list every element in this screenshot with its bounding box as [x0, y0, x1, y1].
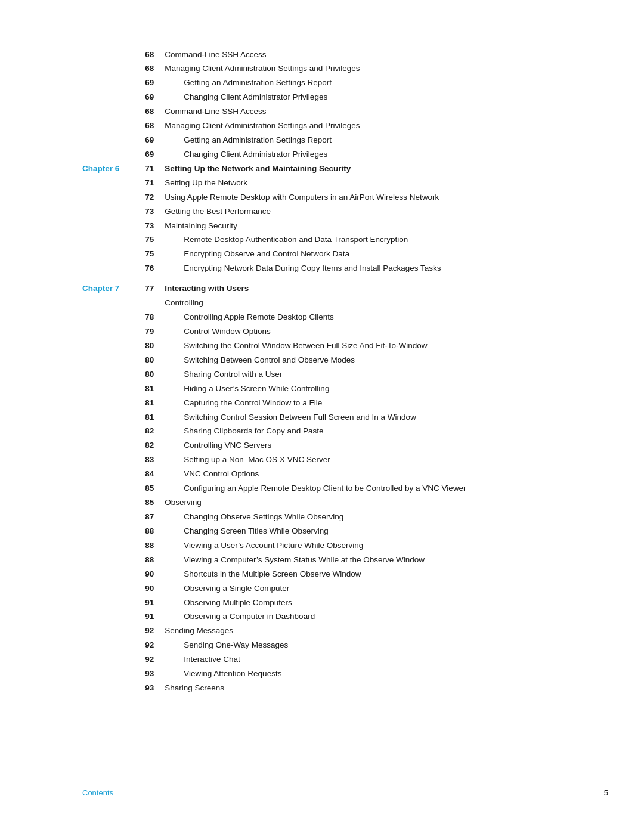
list-item: 90Shortcuts in the Multiple Screen Obser… [0, 567, 644, 581]
page: 68Command-Line SSH Access68Managing Clie… [0, 0, 644, 833]
list-item: 69Changing Client Administrator Privileg… [0, 147, 644, 162]
list-item: 90Observing a Single Computer [0, 581, 644, 596]
list-item: 92Sending Messages [0, 624, 644, 639]
spacer-row [0, 695, 644, 701]
list-item: 68Managing Client Administration Setting… [0, 62, 644, 76]
list-item: 75Encrypting Observe and Control Network… [0, 247, 644, 262]
list-item: 85Observing [0, 496, 644, 510]
list-item: 68Managing Client Administration Setting… [0, 119, 644, 134]
list-item: 88Viewing a User’s Account Picture While… [0, 538, 644, 553]
list-item: 82Controlling VNC Servers [0, 439, 644, 453]
chapter-label: Chapter 7 [82, 284, 119, 293]
list-item: 91Observing a Computer in Dashboard [0, 610, 644, 624]
list-item: 91Observing Multiple Computers [0, 596, 644, 610]
list-item: 81Capturing the Control Window to a File [0, 396, 644, 410]
list-item: 93Sharing Screens [0, 682, 644, 696]
list-item: Chapter 777Interacting with Users [0, 282, 644, 296]
list-item: 87Changing Observe Settings While Observ… [0, 510, 644, 525]
list-item: 92Interactive Chat [0, 653, 644, 667]
list-item: 69Getting an Administration Settings Rep… [0, 134, 644, 148]
list-item: 79Control Window Options [0, 325, 644, 339]
footer-page-number: 5 [604, 788, 608, 797]
list-item: 69Changing Client Administrator Privileg… [0, 91, 644, 105]
list-item: 73Maintaining Security [0, 219, 644, 233]
list-item: 88Viewing a Computer’s System Status Whi… [0, 553, 644, 567]
list-item: 69Getting an Administration Settings Rep… [0, 76, 644, 91]
list-item: 72Using Apple Remote Desktop with Comput… [0, 190, 644, 205]
list-item: 68Command-Line SSH Access [0, 105, 644, 119]
list-item: 76Encrypting Network Data During Copy It… [0, 262, 644, 276]
list-item: Controlling [0, 296, 644, 311]
footer-rule [609, 781, 609, 804]
list-item: 80Switching the Control Window Between F… [0, 339, 644, 353]
list-item: 82Sharing Clipboards for Copy and Paste [0, 425, 644, 439]
spacer-row [0, 276, 644, 282]
list-item: 93Viewing Attention Requests [0, 667, 644, 682]
list-item: 68Command-Line SSH Access [0, 48, 644, 62]
chapter-label: Chapter 6 [82, 164, 119, 173]
list-item: 81Switching Control Session Between Full… [0, 410, 644, 425]
list-item: 71Setting Up the Network [0, 176, 644, 190]
list-item: 81Hiding a User’s Screen While Controlli… [0, 382, 644, 396]
footer-contents-label: Contents [82, 788, 113, 797]
list-item: 75Remote Desktop Authentication and Data… [0, 233, 644, 247]
toc-table: 68Command-Line SSH Access68Managing Clie… [0, 48, 644, 701]
footer: Contents 5 [0, 788, 644, 797]
list-item: 92Sending One-Way Messages [0, 639, 644, 653]
list-item: 80Switching Between Control and Observe … [0, 353, 644, 367]
list-item: 85Configuring an Apple Remote Desktop Cl… [0, 482, 644, 496]
list-item: 80Sharing Control with a User [0, 367, 644, 382]
list-item: 84VNC Control Options [0, 467, 644, 482]
list-item: 73Getting the Best Performance [0, 205, 644, 219]
list-item: 83Setting up a Non–Mac OS X VNC Server [0, 453, 644, 467]
list-item: Chapter 671Setting Up the Network and Ma… [0, 162, 644, 176]
list-item: 88Changing Screen Titles While Observing [0, 524, 644, 538]
list-item: 78Controlling Apple Remote Desktop Clien… [0, 311, 644, 325]
